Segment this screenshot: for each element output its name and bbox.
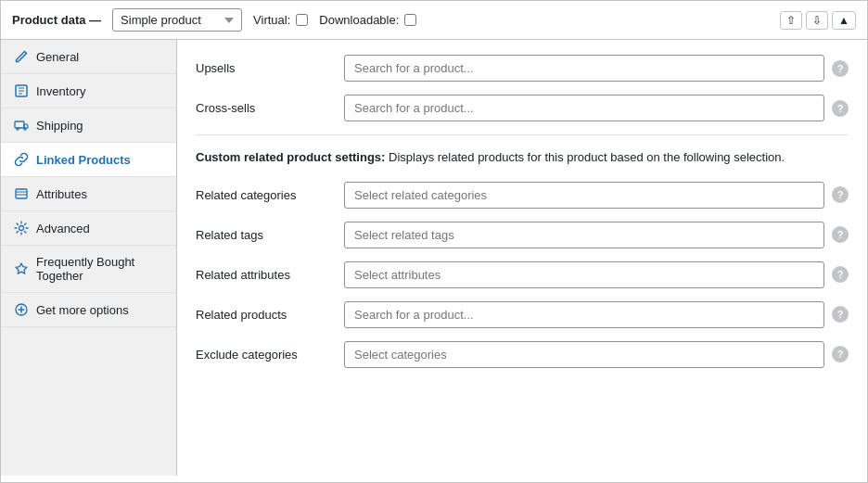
field-label-2: Related attributes [196,268,344,282]
product-data-header: Product data — Simple product Virtual: D… [1,1,867,40]
product-data-body: General Inventory [1,40,867,476]
star-icon [14,261,29,276]
cross-sells-label: Cross-sells [196,101,344,115]
sidebar-attributes-label: Attributes [36,187,87,201]
sidebar: General Inventory [1,40,177,476]
field-row-1: Related tags? [196,222,849,248]
svg-rect-4 [16,189,27,198]
svg-point-2 [17,128,19,130]
upsells-help-icon[interactable]: ? [832,60,849,77]
virtual-checkbox-group: Virtual: [253,13,308,27]
field-row-4: Exclude categories? [196,341,849,368]
sidebar-item-get-more-options[interactable]: Get more options [1,293,176,327]
virtual-label: Virtual: [253,13,290,27]
link-icon [14,152,29,167]
field-input-wrap-2: ? [344,261,849,288]
virtual-checkbox[interactable] [296,14,308,26]
field-help-icon-3[interactable]: ? [832,306,849,323]
field-label-1: Related tags [196,228,344,242]
upsells-input-wrap: ? [344,55,849,82]
field-help-icon-0[interactable]: ? [832,186,849,203]
product-data-panel: Product data — Simple product Virtual: D… [0,0,868,483]
field-label-3: Related products [196,308,344,322]
field-help-icon-4[interactable]: ? [832,346,849,362]
field-label-4: Exclude categories [196,348,344,362]
custom-related-desc: Custom related product settings: Display… [196,134,849,167]
product-type-select[interactable]: Simple product [112,8,242,32]
field-input-2[interactable] [344,261,824,288]
cross-sells-input[interactable] [344,95,824,121]
svg-rect-1 [15,121,24,128]
product-data-title: Product data — [12,13,101,27]
sidebar-general-label: General [36,50,79,64]
sidebar-linked-products-label: Linked Products [36,153,131,167]
pencil-icon [14,49,29,64]
svg-point-3 [24,128,26,130]
sidebar-get-more-options-label: Get more options [36,303,129,317]
field-input-wrap-3: ? [344,301,849,328]
truck-icon [14,118,29,133]
plus-icon [14,302,29,317]
field-row-3: Related products? [196,301,849,328]
sidebar-shipping-label: Shipping [36,119,83,133]
field-input-4[interactable] [344,341,824,368]
upsells-row: Upsells ? [196,55,849,82]
field-input-0[interactable] [344,182,824,209]
upsells-label: Upsells [196,61,344,75]
downloadable-label: Downloadable: [319,13,399,27]
sidebar-inventory-label: Inventory [36,84,85,98]
field-input-wrap-4: ? [344,341,849,368]
cross-sells-help-icon[interactable]: ? [832,100,849,117]
custom-related-prefix: Custom related product settings: [196,150,385,164]
sidebar-item-general[interactable]: General [1,40,176,74]
sidebar-item-shipping[interactable]: Shipping [1,108,176,143]
downloadable-checkbox-group: Downloadable: [319,13,416,27]
custom-related-text: Displays related products for this produ… [389,150,785,164]
sidebar-advanced-label: Advanced [36,222,90,235]
arrow-up-button[interactable]: ⇧ [780,11,802,30]
downloadable-checkbox[interactable] [404,14,416,26]
linked-products-content: Upsells ? Cross-sells ? Custom related p… [177,40,867,476]
sidebar-item-linked-products[interactable]: Linked Products [1,143,176,177]
upsells-input[interactable] [344,55,824,82]
list-icon [14,186,29,201]
field-label-0: Related categories [196,188,344,202]
arrow-down-button[interactable]: ⇩ [806,11,828,30]
field-row-0: Related categories? [196,182,849,209]
sidebar-item-attributes[interactable]: Attributes [1,177,176,211]
sidebar-frequently-bought-label: Frequently Bought Together [36,255,163,283]
sidebar-item-frequently-bought[interactable]: Frequently Bought Together [1,246,176,293]
field-input-wrap-0: ? [344,182,849,209]
header-arrows: ⇧ ⇩ ▲ [780,11,856,30]
field-row-2: Related attributes? [196,261,849,288]
field-help-icon-2[interactable]: ? [832,266,849,283]
sidebar-item-advanced[interactable]: Advanced [1,211,176,246]
cross-sells-row: Cross-sells ? [196,95,849,121]
cross-sells-input-wrap: ? [344,95,849,121]
field-input-3[interactable] [344,301,824,328]
field-input-wrap-1: ? [344,222,849,248]
gear-icon [14,221,29,235]
tag-icon [14,83,29,98]
sidebar-item-inventory[interactable]: Inventory [1,74,176,108]
custom-related-fields: Related categories?Related tags?Related … [196,182,849,368]
svg-point-5 [19,226,24,231]
field-input-1[interactable] [344,222,824,248]
arrow-expand-button[interactable]: ▲ [832,11,856,30]
field-help-icon-1[interactable]: ? [832,226,849,243]
